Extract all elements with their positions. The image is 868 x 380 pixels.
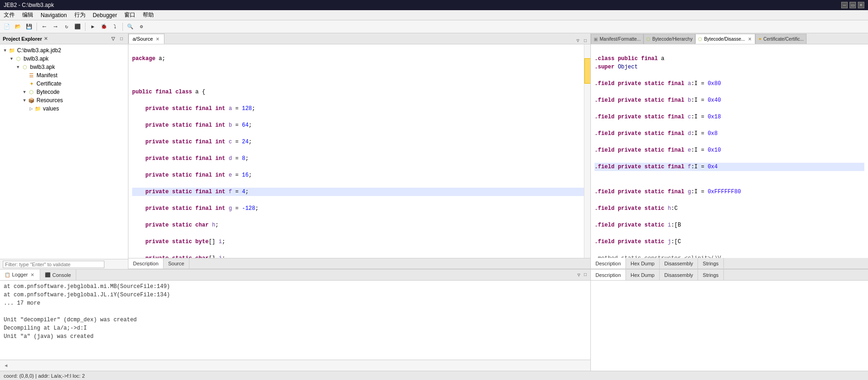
toolbar-forward[interactable]: ⟶	[50, 22, 61, 32]
toolbar-stop[interactable]: ⬛	[73, 22, 83, 32]
bottom-left-panel: 📋 Logger ✕ ⬛ Console ▽ □ at com.pnfsoftw…	[0, 270, 591, 371]
project-explorer-header: Project Explorer ✕ ▽ □	[0, 33, 128, 44]
tree-item-resources[interactable]: ▼ 📦 Resources	[0, 96, 128, 104]
logger-tab[interactable]: 📋 Logger ✕	[0, 270, 40, 280]
minimize-button[interactable]: ─	[841, 2, 848, 8]
source-tab-bar: a/Source ✕ ▽ □	[128, 33, 590, 44]
toolbar-back[interactable]: ⟵	[39, 22, 49, 32]
toolbar-step[interactable]: ⤵	[110, 22, 120, 32]
toolbar-debug[interactable]: 🐞	[99, 22, 109, 32]
root-icon: 📁	[8, 47, 16, 54]
toolbar: 📄 📂 💾 ⟵ ⟶ ↻ ⬛ ▶ 🐞 ⤵ 🔍 ⚙	[0, 20, 868, 33]
certificate-icon: ✦	[28, 80, 35, 87]
right-disassembly-tab[interactable]: Disassembly	[660, 258, 698, 269]
right-desc-tab[interactable]: Description	[591, 258, 626, 269]
menu-navigation[interactable]: Navigation	[37, 11, 71, 19]
bottom-disassembly-tab[interactable]: Disassembly	[660, 270, 698, 280]
log-line-4	[4, 307, 587, 316]
bottom-desc-tab-label: Description	[595, 272, 621, 278]
source-tab-close[interactable]: ✕	[155, 36, 160, 42]
panel-title-area: Project Explorer ✕	[3, 36, 48, 42]
bytecode-disas-close[interactable]: ✕	[747, 36, 753, 42]
toolbar-sep3	[122, 23, 123, 31]
menu-edit[interactable]: 编辑	[18, 10, 37, 20]
right-strings-tab-label: Strings	[703, 261, 718, 266]
console-tab[interactable]: ⬛ Console	[40, 270, 76, 280]
tree-item-certificate[interactable]: ▷ ✦ Certificate	[0, 80, 128, 88]
description-tab[interactable]: Description	[128, 258, 164, 269]
tree-item-apk2[interactable]: ▼ ⬡ bwlb3.apk	[0, 63, 128, 71]
log-line-3: ... 17 more	[4, 299, 587, 307]
bottom-hexdump-tab[interactable]: Hex Dump	[626, 270, 660, 280]
logger-content[interactable]: at com.pnfsoftware.jebglobal.mi.MB(Sourc…	[0, 281, 590, 360]
restore-button[interactable]: ▭	[850, 2, 856, 8]
source-bottom-tab[interactable]: Source	[164, 258, 189, 269]
bytecode-hierarchy-tab[interactable]: ⬡ Bytecode/Hierarchy	[643, 34, 695, 44]
tree-item-apk1[interactable]: ▼ ⬡ bwlb3.apk	[0, 55, 128, 63]
right-tab-bar: ▣ Manifest/Formatte... ⬡ Bytecode/Hierar…	[591, 33, 868, 44]
tree-item-values[interactable]: ▷ 📁 values	[0, 104, 128, 113]
logger-tab-close[interactable]: ✕	[30, 272, 35, 277]
scroll-hint: ◄	[4, 363, 8, 368]
toolbar-open[interactable]: 📂	[13, 22, 23, 32]
log-line-7: Unit "a" (java) was created	[4, 332, 587, 341]
panel-maximize-btn[interactable]: □	[118, 35, 125, 43]
right-hexdump-tab-label: Hex Dump	[631, 261, 655, 266]
bottom-right-content[interactable]	[591, 281, 868, 371]
menu-debugger[interactable]: Debugger	[89, 11, 121, 19]
tree-item-root[interactable]: ▼ 📁 C:\bwlb3.apk.jdb2	[0, 46, 128, 55]
toolbar-settings[interactable]: ⚙	[136, 22, 146, 32]
tree-item-manifest[interactable]: ▷ ☰ Manifest	[0, 71, 128, 80]
log-line-5: Unit "decompiler" (dcmp_dex) was created	[4, 316, 587, 324]
right-strings-tab[interactable]: Strings	[698, 258, 723, 269]
tree-item-bytecode[interactable]: ▼ ⬡ Bytecode	[0, 88, 128, 96]
close-button[interactable]: ✕	[858, 2, 864, 8]
menu-help[interactable]: 帮助	[139, 10, 158, 20]
bottom-panel-min[interactable]: ▽	[576, 272, 582, 278]
toolbar-search[interactable]: 🔍	[125, 22, 135, 32]
toolbar-save[interactable]: 💾	[24, 22, 34, 32]
bottom-strings-tab[interactable]: Strings	[698, 270, 723, 280]
toolbar-new[interactable]: 📄	[2, 22, 12, 32]
toggle-resources[interactable]: ▼	[21, 97, 28, 104]
toggle-bytecode[interactable]: ▼	[21, 89, 28, 95]
tree-label-values: values	[43, 105, 59, 112]
panel-close-icon[interactable]: ✕	[44, 36, 48, 41]
toggle-apk1[interactable]: ▼	[8, 55, 15, 62]
menu-file[interactable]: 文件	[0, 10, 18, 20]
source-code-area[interactable]: package a; public final class a { privat…	[128, 44, 590, 258]
menu-action[interactable]: 行为	[71, 10, 89, 20]
manifest-icon: ☰	[28, 72, 35, 79]
toolbar-run[interactable]: ▶	[88, 22, 98, 32]
source-tab-min[interactable]: ▽	[575, 37, 581, 44]
console-tab-icon: ⬛	[45, 272, 50, 277]
source-tab[interactable]: a/Source ✕	[128, 34, 164, 44]
manifest-tab-label: Manifest/Formatte...	[600, 37, 641, 42]
manifest-tab[interactable]: ▣ Manifest/Formatte...	[591, 34, 643, 44]
certificate-tab[interactable]: ✦ Certificate/Certific...	[755, 34, 807, 44]
bottom-disassembly-tab-label: Disassembly	[664, 272, 693, 278]
source-tab-max[interactable]: □	[582, 37, 589, 44]
menu-window[interactable]: 窗口	[121, 10, 139, 20]
toggle-values[interactable]: ▷	[28, 105, 34, 112]
logger-tab-bar: 📋 Logger ✕ ⬛ Console ▽ □	[0, 270, 590, 281]
bytecode-disas-tab[interactable]: ⬡ Bytecode/Disasse... ✕	[695, 34, 755, 44]
toggle-root[interactable]: ▼	[2, 47, 8, 54]
bytecode-disas-icon: ⬡	[698, 37, 702, 42]
right-hexdump-tab[interactable]: Hex Dump	[626, 258, 660, 269]
logger-tab-label: Logger	[12, 272, 28, 277]
project-tree[interactable]: ▼ 📁 C:\bwlb3.apk.jdb2 ▼ ⬡ bwlb3.apk ▼ ⬡ …	[0, 44, 128, 259]
toolbar-refresh[interactable]: ↻	[61, 22, 72, 32]
bottom-desc-tab[interactable]: Description	[591, 270, 626, 280]
console-tab-label: Console	[52, 272, 71, 278]
filter-input[interactable]	[3, 261, 104, 268]
bottom-panel-max[interactable]: □	[582, 272, 589, 278]
bytecode-content[interactable]: .class public final a .super Object .fie…	[591, 44, 868, 258]
bottom-panel-controls: ▽ □	[576, 272, 590, 278]
log-line-6: Decompiling at La/a;->d:I	[4, 324, 587, 332]
values-icon: 📁	[34, 105, 42, 112]
toggle-apk2[interactable]: ▼	[15, 64, 21, 70]
panel-minimize-btn[interactable]: ▽	[109, 35, 117, 43]
project-explorer-panel: Project Explorer ✕ ▽ □ ▼ 📁 C:\bwlb3.apk.…	[0, 33, 128, 269]
panel-title-text: Project Explorer	[3, 36, 42, 42]
